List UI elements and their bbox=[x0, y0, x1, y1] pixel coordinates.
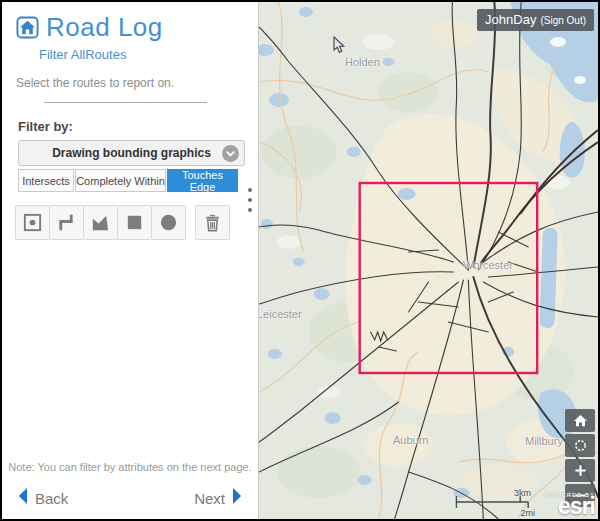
clear-graphics-button[interactable] bbox=[195, 205, 230, 240]
map-canvas[interactable] bbox=[259, 2, 598, 519]
panel-description: Select the routes to report on. bbox=[16, 76, 258, 90]
sidebar-panel: Road Log Filter AllRoutes Select the rou… bbox=[2, 2, 259, 519]
trash-icon bbox=[202, 212, 223, 233]
filter-type-dropdown[interactable]: Drawing bounding graphics bbox=[18, 140, 245, 166]
divider bbox=[44, 102, 207, 103]
rectangle-tool-icon bbox=[124, 212, 145, 233]
page-title: Road Log bbox=[46, 12, 163, 43]
mode-button-touches-edge[interactable]: Touches Edge bbox=[167, 169, 238, 192]
filter-by-label: Filter by: bbox=[18, 119, 258, 134]
panel-header: Road Log Filter AllRoutes bbox=[2, 2, 258, 62]
draw-point-button[interactable] bbox=[15, 205, 50, 240]
mode-button-intersects[interactable]: Intersects bbox=[18, 169, 74, 192]
home-icon[interactable] bbox=[16, 16, 39, 39]
sign-out-link[interactable]: (Sign Out) bbox=[540, 15, 586, 26]
chevron-left-icon bbox=[16, 487, 29, 509]
minus-icon bbox=[573, 488, 588, 503]
polygon-tool-icon bbox=[90, 212, 111, 233]
back-label: Back bbox=[35, 490, 68, 507]
next-button[interactable]: Next bbox=[194, 487, 244, 509]
zoom-out-button[interactable] bbox=[565, 484, 595, 507]
next-label: Next bbox=[194, 490, 225, 507]
footer-note: Note: You can filter by attributes on th… bbox=[2, 461, 258, 473]
map-controls bbox=[565, 409, 595, 507]
polyline-tool-icon bbox=[56, 212, 77, 233]
dropdown-selected-value: Drawing bounding graphics bbox=[52, 146, 211, 160]
locate-button[interactable] bbox=[565, 434, 595, 457]
zoom-in-button[interactable] bbox=[565, 459, 595, 482]
draw-polyline-button[interactable] bbox=[49, 205, 84, 240]
mode-button-completely-within[interactable]: Completely Within bbox=[75, 169, 166, 192]
plus-icon bbox=[573, 463, 588, 478]
point-tool-icon bbox=[22, 212, 43, 233]
user-account-button[interactable]: JohnDay (Sign Out) bbox=[477, 9, 594, 31]
map-container[interactable]: HoldenWorcesterLeicesterAuburnMillbury J… bbox=[259, 2, 598, 519]
home-extent-icon bbox=[573, 413, 588, 428]
filter-mode-group: Intersects Completely Within Touches Edg… bbox=[18, 169, 245, 192]
draw-circle-button[interactable] bbox=[151, 205, 186, 240]
user-name: JohnDay bbox=[485, 12, 536, 27]
panel-resize-handle[interactable] bbox=[248, 188, 252, 212]
app-window: Road Log Filter AllRoutes Select the rou… bbox=[0, 0, 600, 521]
draw-polygon-button[interactable] bbox=[83, 205, 118, 240]
chevron-down-icon[interactable] bbox=[222, 145, 239, 162]
breadcrumb[interactable]: Filter AllRoutes bbox=[39, 47, 258, 62]
back-button[interactable]: Back bbox=[16, 487, 68, 509]
circle-tool-icon bbox=[158, 212, 179, 233]
chevron-right-icon bbox=[231, 487, 244, 509]
locate-icon bbox=[573, 438, 588, 453]
home-extent-button[interactable] bbox=[565, 409, 595, 432]
draw-toolbar bbox=[15, 205, 258, 240]
draw-rectangle-button[interactable] bbox=[117, 205, 152, 240]
panel-footer: Note: You can filter by attributes on th… bbox=[2, 461, 258, 519]
